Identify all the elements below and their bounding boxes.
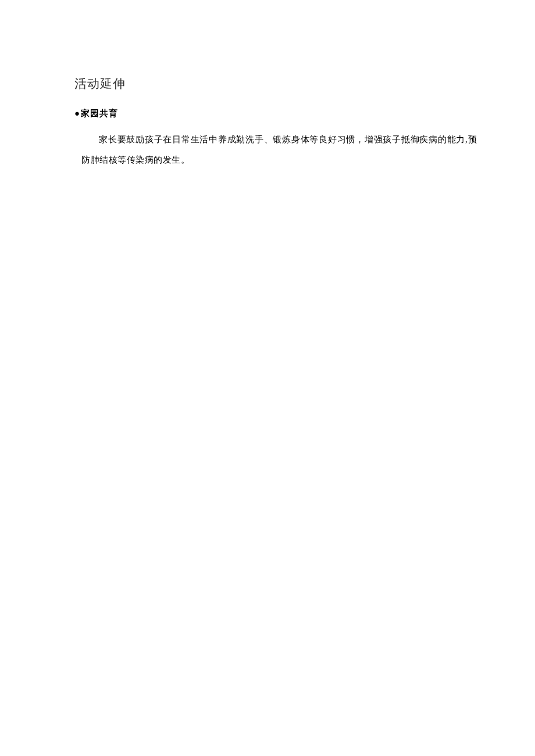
- body-paragraph: 家长要鼓励孩子在日常生活中养成勤洗手、锻炼身体等良好习惯，增强孩子抵御疾病的能力…: [74, 130, 477, 171]
- section-title: 活动延伸: [74, 76, 477, 92]
- bullet-icon: ●: [74, 109, 80, 119]
- subsection-header: ● 家园共育: [74, 108, 477, 119]
- subsection-title: 家园共育: [81, 108, 118, 119]
- document-page: 活动延伸 ● 家园共育 家长要鼓励孩子在日常生活中养成勤洗手、锻炼身体等良好习惯…: [0, 0, 535, 171]
